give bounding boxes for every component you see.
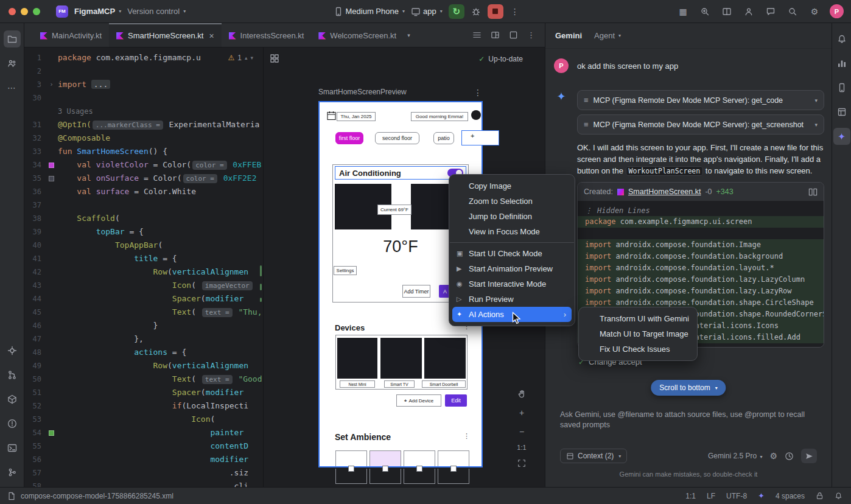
rerun-button[interactable]: ↻	[449, 4, 464, 19]
send-button[interactable]	[801, 449, 817, 463]
submenu-item-match-ui-to-target-image[interactable]: Match UI to Target Image	[582, 326, 694, 341]
chip-second-floor[interactable]: second floor	[375, 132, 419, 144]
tool-windows-icon[interactable]: ▦	[675, 4, 691, 19]
code-line[interactable]: 30	[24, 91, 263, 105]
profile-share-icon[interactable]	[741, 4, 757, 19]
user-avatar[interactable]: P	[830, 4, 844, 18]
more-run-actions-button[interactable]: ⋮	[507, 4, 523, 19]
code-line[interactable]: 34 val violetColor = Color(color = 0xFFE…	[24, 158, 263, 172]
tab-mainactivity-kt[interactable]: MainActivity.kt	[33, 23, 109, 47]
code-line[interactable]: 3›import ...	[24, 78, 263, 91]
gemini-status-icon[interactable]: ✦	[758, 491, 765, 500]
preview-more-icon[interactable]: ⋮	[474, 88, 483, 97]
code-editor[interactable]: 1package com.example.figmamcp.u23›import…	[24, 47, 263, 487]
prev-problem-icon[interactable]: ▴	[245, 55, 248, 61]
ai-chat-icon[interactable]	[763, 4, 779, 19]
code-line[interactable]: 45 Text( text = "Thu,	[24, 306, 263, 319]
search-everywhere-icon[interactable]	[785, 4, 800, 19]
open-diff-icon[interactable]	[808, 187, 818, 197]
more-tool-windows-button[interactable]: ⋯	[4, 79, 21, 96]
add-device-button[interactable]: +Add Device	[396, 394, 441, 407]
version-control-tool-button[interactable]	[4, 464, 21, 481]
edit-button[interactable]: Edit	[445, 394, 467, 407]
zoom-to-fit-button[interactable]	[515, 457, 528, 470]
device-manager-tool-button[interactable]	[833, 79, 850, 96]
hidden-tabs-chevron-icon[interactable]: ▾	[404, 23, 414, 47]
code-line[interactable]: 49 Row(verticalAlignmen	[24, 359, 263, 373]
code-line[interactable]: 50 Text( text = "Good	[24, 373, 263, 386]
submenu-item-fix-ui-check-issues[interactable]: Fix UI Check Issues	[582, 341, 694, 357]
ambience-card[interactable]	[438, 450, 469, 466]
chip-patio[interactable]: patio	[433, 132, 454, 144]
device-card[interactable]	[337, 338, 377, 379]
selection-handle[interactable]	[461, 130, 499, 145]
code-line[interactable]: 51 Spacer(modifier	[24, 386, 263, 399]
menu-item-start-ui-check-mode[interactable]: ▣Start UI Check Mode	[452, 246, 572, 261]
chip-add[interactable]: +	[471, 132, 474, 139]
add-timer-button[interactable]: Add Timer	[402, 285, 430, 298]
notifications-button[interactable]	[833, 30, 850, 47]
history-icon[interactable]	[785, 452, 794, 461]
menu-item-start-interactive-mode[interactable]: ◉Start Interactive Mode	[452, 276, 572, 292]
code-line[interactable]: 43 Icon( imageVector	[24, 279, 263, 292]
close-window-icon[interactable]	[9, 8, 16, 15]
lock-icon[interactable]	[816, 492, 824, 500]
scroll-to-bottom-button[interactable]: Scroll to bottom ▾	[651, 380, 726, 396]
file-encoding[interactable]: UTF-8	[726, 492, 747, 500]
debug-button[interactable]	[468, 4, 484, 19]
tool-call-card[interactable]: ≡MCP (Figma Remote Dev Mode MCP Server):…	[577, 114, 824, 135]
settings-label[interactable]: Settings	[334, 266, 357, 275]
terminal-tool-button[interactable]	[4, 439, 21, 457]
split-editor-icon[interactable]	[719, 4, 735, 19]
zoom-in-button[interactable]: +	[515, 406, 528, 419]
pull-requests-tool-button[interactable]	[4, 366, 21, 383]
pan-tool-button[interactable]	[515, 387, 528, 401]
caret-position[interactable]: 1:1	[685, 492, 696, 500]
context-chip[interactable]: Context (2) ▾	[560, 449, 627, 463]
menu-item-copy-image[interactable]: Copy Image	[452, 178, 572, 194]
resource-manager-button[interactable]	[4, 55, 21, 72]
tab-interestsscreen-kt[interactable]: InterestsScreen.kt	[222, 23, 312, 47]
status-file-path[interactable]: compose-compose-model-1758866285245.xml	[21, 492, 173, 500]
more-options-icon[interactable]: ⋮	[527, 30, 535, 40]
model-selector[interactable]: Gemini 2.5 Pro ▾	[708, 452, 762, 460]
code-line[interactable]: 37	[24, 198, 263, 212]
menu-icon[interactable]	[472, 30, 482, 40]
device-mirroring-icon[interactable]	[697, 4, 713, 19]
project-tool-button[interactable]	[4, 30, 21, 47]
submenu-item-transform-ui-with-gemini[interactable]: Transform UI with Gemini	[582, 311, 694, 326]
code-line[interactable]: 39 topBar = {	[24, 225, 263, 239]
created-file-link[interactable]: SmartHomeScreen.kt	[628, 187, 701, 196]
settings-icon[interactable]: ⚙	[807, 4, 822, 19]
profile-avatar[interactable]	[471, 110, 481, 120]
code-line[interactable]: 41 title = {	[24, 252, 263, 265]
ambience-more-icon[interactable]: ⋮	[463, 432, 470, 440]
close-tab-icon[interactable]: ×	[209, 31, 214, 41]
code-line[interactable]: 32@Composable	[24, 131, 263, 145]
code-line[interactable]: 47 },	[24, 332, 263, 346]
code-line[interactable]: 36 val surface = Color.White	[24, 185, 263, 198]
split-right-icon[interactable]	[491, 30, 500, 40]
running-devices-tool-button[interactable]	[833, 103, 850, 121]
menu-item-start-animation-preview[interactable]: ▶Start Animation Preview	[452, 261, 572, 276]
chip-first-floor[interactable]: first floor	[335, 132, 363, 144]
code-line[interactable]: 3 Usages	[24, 105, 263, 118]
menu-item-view-in-focus-mode[interactable]: View in Focus Mode	[452, 224, 572, 239]
code-line[interactable]: 33fun SmartHomeScreen() {	[24, 145, 263, 158]
code-line[interactable]: 56 modifier	[24, 453, 263, 466]
device-selector[interactable]: Medium Phone ▾	[334, 7, 405, 16]
maximize-window-icon[interactable]	[33, 8, 40, 15]
profiler-tool-button[interactable]	[833, 55, 850, 72]
code-line[interactable]: 53 Icon(	[24, 413, 263, 426]
inspections-widget[interactable]: ⚠ 1 ▴ ▾	[225, 54, 256, 62]
next-problem-icon[interactable]: ▾	[250, 55, 253, 61]
indent-setting[interactable]: 4 spaces	[776, 492, 805, 500]
run-configuration-selector[interactable]: app ▾	[411, 7, 443, 16]
code-line[interactable]: 46 }	[24, 319, 263, 332]
problems-tool-button[interactable]	[4, 415, 21, 432]
device-card[interactable]	[380, 338, 422, 379]
expand-chevron-icon[interactable]: ▾	[814, 97, 818, 103]
code-line[interactable]: 52 if(LocalInspecti	[24, 399, 263, 413]
project-selector[interactable]: FigmaMCP ▾	[74, 7, 121, 16]
build-tool-button[interactable]	[4, 391, 21, 408]
